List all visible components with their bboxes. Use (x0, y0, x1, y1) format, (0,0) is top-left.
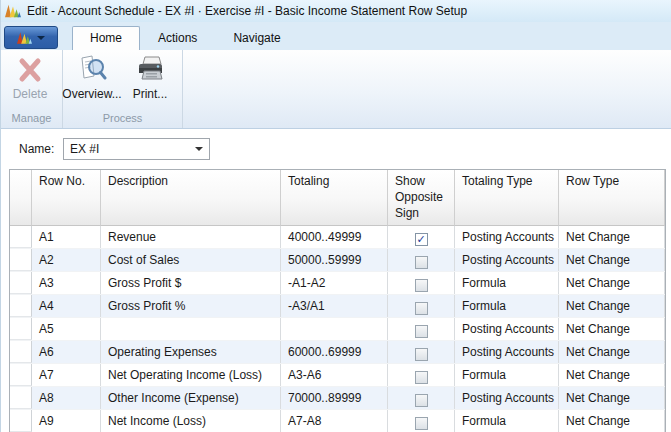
totaling-cell[interactable]: 50000..59999 (281, 249, 388, 271)
totaling-type-cell[interactable]: Formula (455, 410, 559, 432)
show-opposite-sign-checkbox[interactable] (415, 348, 428, 361)
table-row[interactable]: A6 Operating Expenses 60000..69999 Posti… (10, 341, 665, 364)
row-selector-cell[interactable] (10, 318, 32, 340)
ribbon-tabstrip: Home Actions Navigate (1, 22, 671, 50)
description-cell[interactable]: Operating Expenses (101, 341, 281, 363)
totaling-type-cell[interactable]: Posting Accounts (455, 226, 559, 248)
totaling-type-cell[interactable]: Posting Accounts (455, 341, 559, 363)
group-label-manage: Manage (1, 111, 62, 128)
totaling-type-cell[interactable]: Formula (455, 364, 559, 386)
row-type-cell[interactable]: Net Change (559, 249, 665, 271)
row-no-cell[interactable]: A1 (32, 226, 101, 248)
tab-navigate[interactable]: Navigate (215, 26, 298, 50)
table-row[interactable]: A4 Gross Profit % -A3/A1 Formula Net Cha… (10, 295, 665, 318)
print-icon (135, 55, 165, 85)
row-type-cell[interactable]: Net Change (559, 295, 665, 317)
show-opposite-sign-checkbox[interactable] (415, 302, 428, 315)
row-selector-cell[interactable] (10, 295, 32, 317)
row-no-cell[interactable]: A3 (32, 272, 101, 294)
row-no-cell[interactable]: A8 (32, 387, 101, 409)
totaling-cell[interactable]: A7-A8 (281, 410, 388, 432)
header-description[interactable]: Description (101, 170, 281, 226)
totaling-type-cell[interactable]: Formula (455, 295, 559, 317)
row-no-cell[interactable]: A7 (32, 364, 101, 386)
show-opposite-sign-checkbox[interactable] (415, 279, 428, 292)
header-totaling[interactable]: Totaling (281, 170, 388, 226)
row-selector-cell[interactable] (10, 249, 32, 271)
tab-actions[interactable]: Actions (140, 26, 215, 50)
table-row[interactable]: A8 Other Income (Expense) 70000..89999 P… (10, 387, 665, 410)
description-cell[interactable]: Cost of Sales (101, 249, 281, 271)
row-selector-cell[interactable] (10, 272, 32, 294)
description-cell[interactable]: Gross Profit $ (101, 272, 281, 294)
table-row[interactable]: A7 Net Operating Income (Loss) A3-A6 For… (10, 364, 665, 387)
table-row[interactable]: A1 Revenue 40000..49999 ✓ Posting Accoun… (10, 226, 665, 249)
description-cell[interactable]: Net Operating Income (Loss) (101, 364, 281, 386)
account-schedule-grid: Row No. Description Totaling Show Opposi… (9, 169, 666, 432)
row-no-cell[interactable]: A4 (32, 295, 101, 317)
row-selector-cell[interactable] (10, 387, 32, 409)
table-row[interactable]: A3 Gross Profit $ -A1-A2 Formula Net Cha… (10, 272, 665, 295)
description-cell[interactable]: Net Income (Loss) (101, 410, 281, 432)
row-type-cell[interactable]: Net Change (559, 364, 665, 386)
row-selector-cell[interactable] (10, 341, 32, 363)
description-cell[interactable]: Revenue (101, 226, 281, 248)
row-type-cell[interactable]: Net Change (559, 272, 665, 294)
description-cell[interactable]: Other Income (Expense) (101, 387, 281, 409)
totaling-cell[interactable] (281, 318, 388, 340)
name-combobox[interactable]: EX #I (63, 138, 210, 160)
dropdown-arrow-icon (195, 147, 203, 151)
delete-button-label: Delete (13, 87, 48, 101)
row-no-cell[interactable]: A5 (32, 318, 101, 340)
print-button[interactable]: Print... (121, 53, 179, 101)
delete-button[interactable]: Delete (1, 53, 59, 101)
table-row[interactable]: A2 Cost of Sales 50000..59999 Posting Ac… (10, 249, 665, 272)
dynamics-logo-icon (17, 32, 32, 44)
row-type-cell[interactable]: Net Change (559, 341, 665, 363)
totaling-type-cell[interactable]: Posting Accounts (455, 387, 559, 409)
totaling-cell[interactable]: 60000..69999 (281, 341, 388, 363)
show-opposite-sign-checkbox[interactable]: ✓ (415, 233, 428, 246)
row-selector-cell[interactable] (10, 410, 32, 432)
row-no-cell[interactable]: A2 (32, 249, 101, 271)
row-no-cell[interactable]: A6 (32, 341, 101, 363)
row-no-cell[interactable]: A9 (32, 410, 101, 432)
show-opposite-sign-checkbox[interactable] (415, 394, 428, 407)
totaling-cell[interactable]: -A3/A1 (281, 295, 388, 317)
row-selector-cell[interactable] (10, 364, 32, 386)
header-show-opposite-sign[interactable]: Show Opposite Sign (388, 170, 455, 226)
row-selector-cell[interactable] (10, 226, 32, 248)
show-opposite-sign-cell: ✓ (388, 226, 455, 248)
totaling-type-cell[interactable]: Formula (455, 272, 559, 294)
totaling-cell[interactable]: 70000..89999 (281, 387, 388, 409)
header-row-no[interactable]: Row No. (32, 170, 101, 226)
window-title: Edit - Account Schedule - EX #I · Exerci… (27, 4, 467, 18)
row-type-cell[interactable]: Net Change (559, 226, 665, 248)
overview-button[interactable]: Overview... (63, 53, 121, 101)
totaling-cell[interactable]: -A1-A2 (281, 272, 388, 294)
show-opposite-sign-checkbox[interactable] (415, 325, 428, 338)
tab-home[interactable]: Home (72, 26, 140, 50)
account-schedule-window: Edit - Account Schedule - EX #I · Exerci… (0, 0, 671, 432)
row-type-cell[interactable]: Net Change (559, 410, 665, 432)
totaling-type-cell[interactable]: Posting Accounts (455, 249, 559, 271)
show-opposite-sign-cell (388, 318, 455, 340)
totaling-cell[interactable]: 40000..49999 (281, 226, 388, 248)
application-menu-button[interactable] (4, 26, 58, 49)
chevron-down-icon (37, 36, 45, 40)
show-opposite-sign-cell (388, 295, 455, 317)
grid-header-row: Row No. Description Totaling Show Opposi… (10, 170, 665, 226)
show-opposite-sign-checkbox[interactable] (415, 256, 428, 269)
table-row[interactable]: A5 Posting Accounts Net Change (10, 318, 665, 341)
header-row-type[interactable]: Row Type (559, 170, 665, 226)
row-type-cell[interactable]: Net Change (559, 387, 665, 409)
show-opposite-sign-checkbox[interactable] (415, 371, 428, 384)
totaling-cell[interactable]: A3-A6 (281, 364, 388, 386)
table-row[interactable]: A9 Net Income (Loss) A7-A8 Formula Net C… (10, 410, 665, 432)
description-cell[interactable] (101, 318, 281, 340)
totaling-type-cell[interactable]: Posting Accounts (455, 318, 559, 340)
show-opposite-sign-checkbox[interactable] (415, 417, 428, 430)
description-cell[interactable]: Gross Profit % (101, 295, 281, 317)
header-totaling-type[interactable]: Totaling Type (455, 170, 559, 226)
row-type-cell[interactable]: Net Change (559, 318, 665, 340)
